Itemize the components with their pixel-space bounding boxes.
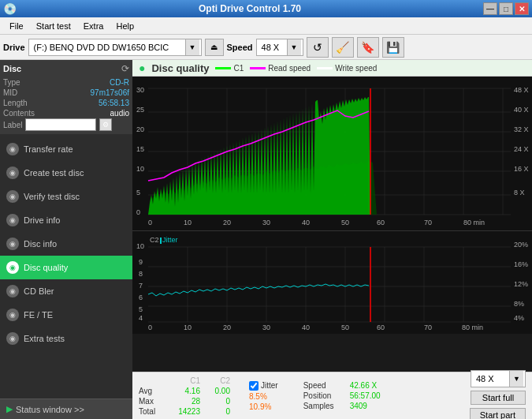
jitter-checkbox[interactable]: [249, 381, 259, 391]
jitter-avg: 8.5%: [249, 392, 267, 401]
svg-text:C2: C2: [150, 236, 159, 244]
erase-button[interactable]: 🧹: [332, 37, 354, 58]
svg-text:8 X: 8 X: [514, 189, 525, 196]
chart-container: 30 25 20 15 10 5 0 48 X 40 X 32 X 24 X 1…: [132, 77, 532, 372]
nav-icon-fe-te: ◉: [6, 309, 19, 321]
svg-rect-45: [160, 238, 162, 244]
svg-text:4%: 4%: [514, 314, 524, 322]
stats-speed-arrow[interactable]: ▼: [509, 371, 523, 387]
disc-mid-label: MID: [3, 88, 17, 97]
drive-dropdown-arrow[interactable]: ▼: [185, 39, 199, 55]
empty-label: [139, 376, 162, 385]
nav-item-create-test-disc[interactable]: ◉ Create test disc: [0, 161, 132, 185]
svg-text:40: 40: [302, 219, 310, 226]
svg-text:40 X: 40 X: [514, 106, 529, 114]
window-controls: — □ ✕: [483, 2, 529, 15]
maximize-button[interactable]: □: [499, 2, 513, 15]
nav-icon-extra-tests: ◉: [6, 332, 19, 345]
legend-c1-label: C1: [233, 64, 244, 73]
speed-selector[interactable]: 48 X ▼: [256, 39, 303, 56]
speed-label: Speed: [227, 43, 253, 52]
chart-bottom: C2 Jitter 10 9 8 7 6 5 4 20% 16% 12: [132, 230, 532, 334]
nav-item-disc-info[interactable]: ◉ Disc info: [0, 232, 132, 256]
position-val: 56:57.00: [350, 391, 381, 400]
status-window-label: Status window >>: [16, 405, 84, 414]
svg-text:10: 10: [184, 324, 192, 331]
nav-label-create-test-disc: Create test disc: [24, 168, 84, 178]
svg-text:48 X: 48 X: [514, 86, 529, 94]
svg-text:10: 10: [136, 242, 144, 250]
save-button[interactable]: 💾: [382, 37, 404, 58]
jitter-max: 10.9%: [249, 402, 271, 411]
svg-text:24 X: 24 X: [514, 145, 529, 153]
status-window[interactable]: ▶ Status window >>: [0, 398, 132, 419]
nav-label-drive-info: Drive info: [24, 215, 60, 225]
nav-item-transfer-rate[interactable]: ◉ Transfer rate: [0, 137, 132, 161]
stats-total-row: Total 14223 0: [139, 407, 230, 416]
menu-help[interactable]: Help: [110, 20, 140, 32]
disc-length-row: Length 56:58.13: [3, 98, 129, 108]
svg-text:30: 30: [262, 219, 270, 226]
svg-text:50: 50: [341, 219, 349, 226]
svg-text:70: 70: [424, 324, 432, 331]
eject-button[interactable]: ⏏: [205, 39, 224, 56]
svg-text:0: 0: [136, 208, 140, 216]
start-part-button[interactable]: Start part: [470, 408, 526, 420]
avg-label: Avg: [139, 387, 162, 395]
menu-extra[interactable]: Extra: [77, 20, 110, 32]
menu-start-test[interactable]: Start test: [30, 20, 77, 32]
svg-text:5: 5: [136, 189, 140, 196]
disc-mid-row: MID 97m17s06f: [3, 88, 129, 98]
nav-label-fe-te: FE / TE: [24, 310, 53, 320]
disc-contents-row: Contents audio: [3, 108, 129, 118]
svg-text:30: 30: [262, 324, 270, 331]
svg-text:8%: 8%: [514, 300, 524, 308]
minimize-button[interactable]: —: [483, 2, 497, 15]
close-button[interactable]: ✕: [515, 2, 529, 15]
svg-text:12%: 12%: [514, 280, 528, 288]
menu-file[interactable]: File: [3, 20, 30, 32]
disc-type-value: CD-R: [110, 78, 129, 87]
start-full-button[interactable]: Start full: [471, 391, 526, 405]
svg-text:0: 0: [148, 219, 152, 226]
disc-label-settings-button[interactable]: ⚙: [99, 118, 112, 131]
svg-text:80 min: 80 min: [462, 324, 483, 331]
nav-icon-transfer-rate: ◉: [6, 143, 19, 155]
max-c1: 28: [169, 397, 200, 406]
nav-icon-disc-info: ◉: [6, 238, 19, 250]
nav-item-drive-info[interactable]: ◉ Drive info: [0, 208, 132, 232]
nav-label-cd-bler: CD Bler: [24, 286, 54, 296]
max-label: Max: [139, 397, 162, 406]
refresh-button[interactable]: ↺: [307, 37, 329, 58]
drive-label: Drive: [3, 43, 25, 52]
svg-text:4: 4: [139, 314, 143, 322]
disc-label-input[interactable]: [25, 118, 96, 131]
svg-text:30: 30: [136, 86, 144, 94]
bookmark-button[interactable]: 🔖: [357, 37, 379, 58]
nav-icon-create-test-disc: ◉: [6, 166, 19, 179]
speed-dropdown-arrow[interactable]: ▼: [287, 39, 301, 55]
drive-name: (F:) BENQ DVD DD DW1650 BCIC: [31, 43, 185, 52]
jitter-avg-value: 8.5%: [249, 392, 278, 401]
legend-write-color: [317, 67, 333, 69]
legend-write-label: Write speed: [335, 64, 377, 73]
nav-item-cd-bler[interactable]: ◉ CD Bler: [0, 279, 132, 303]
app-icon: 💿: [3, 2, 17, 15]
drive-selector[interactable]: (F:) BENQ DVD DD DW1650 BCIC ▼: [28, 39, 202, 56]
legend-write: Write speed: [317, 64, 377, 73]
nav-icon-verify-test-disc: ◉: [6, 190, 19, 203]
svg-text:20: 20: [223, 324, 231, 331]
nav-item-fe-te[interactable]: ◉ FE / TE: [0, 303, 132, 327]
max-c2: 0: [206, 397, 230, 406]
nav-item-extra-tests[interactable]: ◉ Extra tests: [0, 327, 132, 350]
disc-refresh-icon[interactable]: ⟳: [121, 63, 129, 74]
nav-label-transfer-rate: Transfer rate: [24, 144, 73, 154]
app-title: Opti Drive Control 1.70: [17, 3, 483, 14]
nav-item-verify-test-disc[interactable]: ◉ Verify test disc: [0, 185, 132, 208]
drive-bar: Drive (F:) BENQ DVD DD DW1650 BCIC ▼ ⏏ S…: [0, 35, 532, 60]
disc-length-label: Length: [3, 99, 28, 107]
nav-icon-cd-bler: ◉: [6, 285, 19, 297]
nav-item-disc-quality[interactable]: ◉ Disc quality: [0, 256, 132, 279]
stats-speed-selector[interactable]: 48 X ▼: [471, 370, 526, 387]
col-c1: C1: [169, 376, 200, 385]
